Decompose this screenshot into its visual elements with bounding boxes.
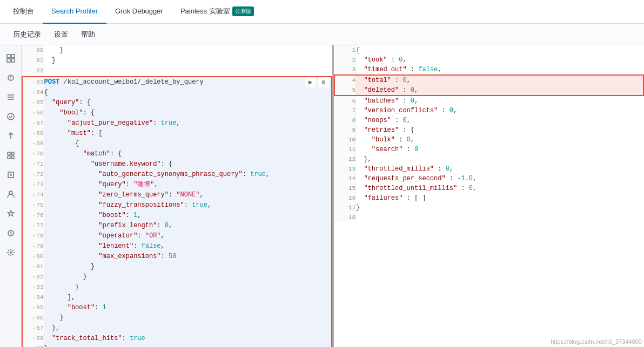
table-row: 13 "throttled_millis" : 0, (334, 164, 644, 174)
table-row: 3 "timed_out" : false, (334, 65, 644, 75)
table-row: ▾78 "operator": "OR", (22, 231, 332, 241)
table-row: 2 "took" : 0, (334, 55, 644, 65)
table-row: ▾71 "username.keyword": { (22, 159, 332, 169)
table-row: 9 "retries" : { (334, 125, 644, 135)
table-row: ▾84 ], (22, 292, 332, 303)
sidebar-icon-5[interactable] (2, 147, 19, 164)
sidebar-icon-0[interactable] (2, 50, 19, 67)
table-row: 6 "batches" : 0, (334, 96, 644, 106)
svg-rect-0 (7, 55, 10, 58)
table-row: ▾85 "boost": 1 (22, 303, 332, 313)
svg-rect-2 (7, 59, 10, 62)
table-row: 10 "bulk" : 0, (334, 135, 644, 145)
table-row: 61 } (22, 56, 332, 66)
table-row: 7 "version_conflicts" : 0, (334, 106, 644, 115)
run-button[interactable]: ▶ (305, 77, 316, 88)
table-row: ▾88 "track_total_hits": true (22, 334, 332, 344)
right-panel: 1{2 "took" : 0,3 "timed_out" : false,4 "… (334, 45, 645, 347)
table-row: ▾69 { (22, 139, 332, 149)
subnav-settings[interactable]: 设置 (50, 28, 72, 42)
table-row: ▾63POST /kol_account_weibo1/_delete_by_q… (22, 77, 332, 87)
table-row: ▾76 "boost": 1, (22, 210, 332, 221)
table-row: ▾86 } (22, 313, 332, 323)
svg-point-13 (10, 251, 12, 254)
request-editor[interactable]: 60 }61 }62▾63POST /kol_account_weibo1/_d… (22, 45, 332, 347)
table-row: 60 } (22, 45, 332, 56)
table-row: ▾82 } (22, 272, 332, 282)
sidebar-icon-4[interactable] (2, 127, 19, 145)
editor-area: 60 }61 }62▾63POST /kol_account_weibo1/_d… (22, 45, 644, 347)
response-editor: 1{2 "took" : 0,3 "timed_out" : false,4 "… (334, 45, 645, 347)
sidebar-icon-3[interactable] (2, 108, 19, 125)
subnav-help[interactable]: 帮助 (77, 28, 99, 42)
sidebar-icon-7[interactable] (2, 186, 19, 203)
options-button[interactable]: ⚙ (318, 77, 329, 88)
table-row: ▾67 "adjust_pure_negative": true, (22, 118, 332, 128)
watermark: https://blog.csdn.net/n0_37344800 (551, 338, 642, 345)
table-row: ▾68 "must": [ (22, 128, 332, 139)
table-row: ▾64{ (22, 87, 332, 98)
table-row: 1{ (334, 45, 644, 55)
beta-badge: 公测版 (232, 6, 254, 16)
table-row: ▾80 "max_expansions": 50 (22, 251, 332, 262)
left-panel: 60 }61 }62▾63POST /kol_account_weibo1/_d… (22, 45, 334, 347)
tab-grok-debugger[interactable]: Grok Debugger (106, 0, 172, 24)
table-row: ▾65 "query": { (22, 98, 332, 108)
table-row: 15 "throttled_until_millis" : 0, (334, 183, 644, 193)
sub-nav: 历史记录 设置 帮助 (0, 24, 644, 45)
table-row: 8 "noops" : 0, (334, 115, 644, 125)
table-row: ▾77 "prefix_length": 0, (22, 221, 332, 231)
subnav-history[interactable]: 历史记录 (9, 28, 45, 42)
sidebar-icon-1[interactable] (2, 69, 19, 86)
svg-point-12 (9, 191, 12, 194)
table-row: ▾79 "lenient": false, (22, 241, 332, 251)
main-layout: 60 }61 }62▾63POST /kol_account_weibo1/_d… (0, 45, 644, 347)
table-row: 16 "failures" : [ ] (334, 193, 644, 203)
svg-point-6 (10, 79, 11, 80)
table-row: ▾73 "query": "微博", (22, 180, 332, 190)
sidebar-icon-2[interactable] (2, 89, 19, 106)
table-row: ▾75 "fuzzy_transpositions": true, (22, 200, 332, 210)
table-row: ▾74 "zero_terms_query": "NONE", (22, 190, 332, 200)
sidebar-icon-8[interactable] (2, 205, 19, 222)
table-row: 4 "total" : 0, (334, 75, 644, 85)
svg-rect-11 (11, 156, 14, 159)
svg-rect-10 (8, 156, 10, 159)
tab-console[interactable]: 控制台 (4, 0, 43, 24)
svg-rect-3 (11, 59, 15, 62)
table-row: 18 (334, 213, 644, 222)
table-row: ▾66 "bool": { (22, 108, 332, 118)
table-row: 14 "requests_per_second" : -1.0, (334, 174, 644, 183)
table-row: 5 "deleted" : 0, (334, 85, 644, 96)
svg-rect-1 (11, 55, 15, 58)
sidebar (0, 45, 22, 347)
table-row: ▾89} (22, 344, 332, 347)
table-row: ▾81 } (22, 262, 332, 272)
table-row: 17} (334, 203, 644, 213)
tab-search-profiler[interactable]: Search Profiler (43, 0, 106, 24)
svg-rect-9 (11, 152, 14, 155)
top-nav: 控制台 Search Profiler Grok Debugger Painle… (0, 0, 644, 24)
table-row: 12 }, (334, 154, 644, 164)
sidebar-icon-6[interactable] (2, 166, 19, 183)
table-row: ▾87 }, (22, 323, 332, 334)
sidebar-icon-10[interactable] (2, 244, 19, 261)
table-row: ▾70 "match": { (22, 149, 332, 159)
tab-painless[interactable]: Painless 实验室 公测版 (172, 0, 263, 24)
table-row: ▾83 } (22, 282, 332, 292)
svg-rect-8 (8, 152, 10, 155)
table-row: 11 "search" : 0 (334, 145, 644, 154)
table-row: ▾72 "auto_generate_synonyms_phrase_query… (22, 169, 332, 180)
sidebar-icon-9[interactable] (2, 224, 19, 242)
table-row: 62 (22, 66, 332, 77)
